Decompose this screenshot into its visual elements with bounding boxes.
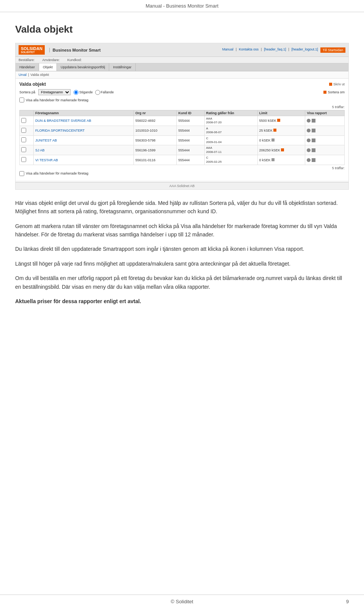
paragraph-1: Här visas objekt enligt det urval du gjo… xyxy=(15,199,349,216)
limit-color-4 xyxy=(271,158,275,161)
col-limit: Limit xyxy=(257,110,305,116)
row-limit-0: 5500 kSEK xyxy=(257,116,305,126)
breadcrumb-urval[interactable]: Urval xyxy=(19,73,27,77)
row-orgnr-1: 1010010-1010 xyxy=(133,126,176,135)
row-checkbox-4[interactable] xyxy=(20,155,34,165)
logo-soliditet: SOLIDITET xyxy=(21,51,42,53)
row-name-3: SJ AB xyxy=(34,145,134,155)
sort-om-icon xyxy=(323,91,326,94)
nav-objekt[interactable]: Objekt xyxy=(39,63,57,71)
nav-logout[interactable]: [header_logout.1] xyxy=(292,47,318,53)
checkbox-visa-handelser-top[interactable] xyxy=(19,98,24,102)
paragraph-5: Om du vill beställa en mer utförlig rapp… xyxy=(15,274,349,291)
table-row: JUNITEST AB 556303-5798 555444 C2009-01-… xyxy=(20,135,345,145)
row-rating-1: A2008-06-07 xyxy=(204,126,257,135)
nav-faq[interactable]: [header_faq.1] xyxy=(264,47,286,53)
print-link[interactable]: Skriv ut xyxy=(329,82,345,86)
radio-fallande-label[interactable]: Fallande xyxy=(95,90,114,95)
row-checkbox-0[interactable] xyxy=(20,116,34,126)
radio-fallande[interactable] xyxy=(95,90,100,95)
row-orgnr-2: 556303-5798 xyxy=(133,135,176,145)
app-nav-links: Manual | Kontakta oss | [header_faq.1] |… xyxy=(222,47,345,53)
header-title: Manual - Business Monitor Smart xyxy=(146,3,218,9)
table-row: DUN & BRADSTREET SVERIGE AB 556022-4692 … xyxy=(20,116,345,126)
radio-stigande-label[interactable]: Stigande xyxy=(74,90,93,95)
paragraph-3: Du länkas direkt till den uppdaterade Sm… xyxy=(15,245,349,253)
checkbox-visa-label-bottom: Visa alla händelser för markerade företa… xyxy=(26,171,88,175)
app-content: Valda objekt Skriv ut Sortera på Företag… xyxy=(16,79,348,181)
page-header: Manual - Business Monitor Smart xyxy=(0,0,364,12)
panel-title-row: Valda objekt Skriv ut xyxy=(19,82,345,87)
logo-solsidan: SOLSIDAN xyxy=(21,46,42,51)
row-checkbox-2[interactable] xyxy=(20,135,34,145)
edit-icon-4[interactable] xyxy=(312,158,315,162)
limit-color-3 xyxy=(281,148,284,151)
limit-color-1 xyxy=(273,129,276,132)
refresh-icon-2[interactable] xyxy=(307,138,311,142)
app-header: SOLSIDAN SOLIDITET Business Monitor Smar… xyxy=(16,43,348,57)
radio-group: Stigande Fallande xyxy=(74,90,114,95)
btn-startsidan[interactable]: Till Startsidan xyxy=(320,47,345,53)
row-limit-1: 25 kSEK xyxy=(257,126,305,135)
panel-title: Valda objekt xyxy=(19,82,46,87)
radio-stigande[interactable] xyxy=(74,90,78,95)
edit-icon-1[interactable] xyxy=(312,129,315,132)
row-actions-1 xyxy=(305,126,345,135)
footer-aaa: AAA Solidnet AB xyxy=(169,184,195,188)
edit-icon-3[interactable] xyxy=(312,148,315,152)
table-row: SJ AB 556196-1599 555444 AAA2008-07-11 2… xyxy=(20,145,345,155)
nav-manual[interactable]: Manual xyxy=(222,47,234,53)
checkbox-row-top: Visa alla händelser för markerade företa… xyxy=(19,98,345,102)
refresh-icon-4[interactable] xyxy=(307,158,311,162)
sort-select[interactable]: Företagsnamn xyxy=(38,89,71,95)
hits-row-top: 5 träffar: xyxy=(19,104,345,110)
checkbox-visa-label-top: Visa alla händelser för markerade företa… xyxy=(26,98,88,102)
edit-icon-0[interactable] xyxy=(312,119,315,123)
paragraph-2: Genom att markera rutan till vänster om … xyxy=(15,222,349,239)
nav-installningar[interactable]: Inställningar xyxy=(109,63,136,71)
main-content: Valda objekt SOLSIDAN SOLIDITET Business… xyxy=(0,12,364,334)
app-title-label: Business Monitor Smart xyxy=(49,48,101,52)
breadcrumb-valda: Valda objekt xyxy=(30,73,49,77)
limit-color-0 xyxy=(277,119,280,122)
hits-row-bottom: 5 träffar: xyxy=(19,165,345,171)
row-kundid-3: 555444 xyxy=(177,145,204,155)
row-name-1: FLORIDA SPORTINGCENTERT xyxy=(34,126,134,135)
data-table: Företagsnamn Org nr Kund ID Rating gälle… xyxy=(19,110,345,165)
row-checkbox-3[interactable] xyxy=(20,145,34,155)
anvandare-label: Användare: xyxy=(42,58,60,62)
row-checkbox-1[interactable] xyxy=(20,126,34,135)
col-kundid: Kund ID xyxy=(177,110,204,116)
limit-color-2 xyxy=(271,138,275,142)
refresh-icon-1[interactable] xyxy=(307,129,311,132)
nav-handelser[interactable]: Händelser xyxy=(16,63,39,71)
nav-uppdatera[interactable]: Uppdatera bevakningsportfölj xyxy=(57,63,109,71)
sort-label: Sortera på xyxy=(19,90,35,94)
row-limit-3: 206250 kSEK xyxy=(257,145,305,155)
row-actions-2 xyxy=(305,135,345,145)
checkbox-visa-handelser-bottom[interactable] xyxy=(19,171,24,176)
row-limit-4: 0 kSEK xyxy=(257,155,305,165)
page-title: Valda objekt xyxy=(15,24,349,35)
sort-om[interactable]: Sortera om xyxy=(323,90,345,94)
row-rating-4: C2005-02-25 xyxy=(204,155,257,165)
row-rating-0: AAA2008-07-20 xyxy=(204,116,257,126)
row-actions-3 xyxy=(305,145,345,155)
print-label: Skriv ut xyxy=(333,82,345,86)
paragraph-4: Längst till höger på varje rad finns möj… xyxy=(15,260,349,268)
refresh-icon-0[interactable] xyxy=(307,119,311,123)
row-kundid-0: 555444 xyxy=(177,116,204,126)
table-row: VI TESTAR AB 556101-0116 555444 C2005-02… xyxy=(20,155,345,165)
row-orgnr-3: 556196-1599 xyxy=(133,145,176,155)
row-kundid-4: 555444 xyxy=(177,155,204,165)
row-kundid-1: 555444 xyxy=(177,126,204,135)
row-name-0: DUN & BRADSTREET SVERIGE AB xyxy=(34,116,134,126)
paragraph-6: Aktuella priser för dessa rapporter enli… xyxy=(15,297,349,305)
app-logo: SOLSIDAN SOLIDITET xyxy=(19,45,45,55)
checkbox-row-bottom: Visa alla händelser för markerade företa… xyxy=(19,171,345,176)
edit-icon-2[interactable] xyxy=(312,138,315,142)
row-rating-3: AAA2008-07-11 xyxy=(204,145,257,155)
nav-kontakt[interactable]: Kontakta oss xyxy=(239,47,259,53)
page-footer: © Soliditet xyxy=(0,595,364,604)
refresh-icon-3[interactable] xyxy=(307,148,311,152)
